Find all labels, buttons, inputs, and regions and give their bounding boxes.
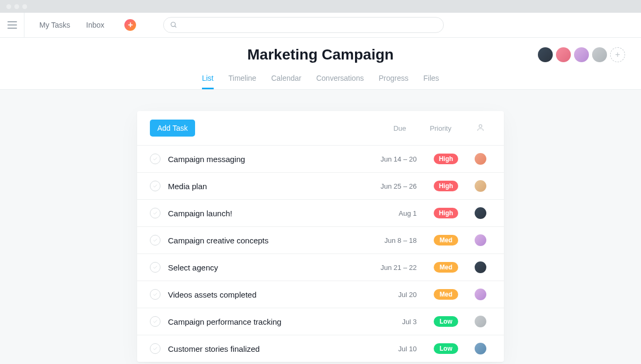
- assignee-avatar[interactable]: [475, 207, 486, 219]
- task-name[interactable]: Videos assets completed: [168, 290, 358, 299]
- tab-list[interactable]: List: [202, 74, 214, 89]
- check-icon: [153, 156, 158, 162]
- task-due: Jul 3: [358, 318, 417, 326]
- check-icon: [153, 319, 158, 324]
- member-avatar[interactable]: [538, 47, 553, 62]
- task-name[interactable]: Select agency: [168, 263, 358, 272]
- check-icon: [153, 346, 158, 351]
- person-icon: [476, 123, 485, 132]
- complete-checkbox[interactable]: [150, 316, 161, 327]
- priority-badge: High: [434, 208, 458, 218]
- task-due: Jun 25 – 26: [358, 182, 417, 190]
- nav-inbox[interactable]: Inbox: [86, 21, 104, 29]
- window-chrome: [0, 0, 641, 13]
- task-due: Jun 14 – 20: [358, 155, 417, 163]
- check-icon: [153, 183, 158, 189]
- task-list-card: Add Task Due Priority Campaign messaging…: [137, 111, 504, 362]
- assignee-avatar[interactable]: [475, 153, 486, 165]
- task-name[interactable]: Campaign messaging: [168, 155, 358, 164]
- member-avatar[interactable]: [592, 47, 607, 62]
- priority-badge: Low: [434, 316, 458, 327]
- tab-calendar[interactable]: Calendar: [271, 74, 301, 89]
- nav-my-tasks[interactable]: My Tasks: [39, 21, 70, 29]
- search-input[interactable]: [182, 21, 437, 29]
- project-members: +: [538, 47, 625, 62]
- task-name[interactable]: Campaign creative concepts: [168, 236, 358, 245]
- task-due: Jul 10: [358, 345, 417, 353]
- project-header: Marketing Campaign + ListTimelineCalenda…: [0, 38, 641, 90]
- assignee-avatar[interactable]: [475, 289, 486, 300]
- check-icon: [153, 238, 158, 243]
- complete-checkbox[interactable]: [150, 289, 161, 300]
- chrome-dot: [6, 4, 11, 9]
- member-avatar[interactable]: [574, 47, 589, 62]
- task-row[interactable]: Campaign messagingJun 14 – 20High: [137, 146, 504, 173]
- complete-checkbox[interactable]: [150, 235, 161, 246]
- menu-button[interactable]: [0, 13, 24, 38]
- assignee-avatar[interactable]: [475, 343, 486, 354]
- assignee-avatar[interactable]: [475, 234, 486, 246]
- task-name[interactable]: Campaign launch!: [168, 209, 358, 218]
- task-row[interactable]: Videos assets completedJul 20Med: [137, 281, 504, 308]
- priority-badge: Med: [434, 235, 458, 246]
- priority-badge: Med: [434, 262, 458, 273]
- check-icon: [153, 265, 158, 270]
- task-name[interactable]: Media plan: [168, 182, 358, 191]
- task-name[interactable]: Customer stories finalized: [168, 344, 358, 353]
- task-due: Jun 21 – 22: [358, 264, 417, 272]
- nav-links: My Tasks Inbox: [39, 21, 104, 29]
- column-header-priority: Priority: [417, 124, 465, 132]
- global-add-button[interactable]: +: [124, 19, 136, 31]
- column-header-assignee: [470, 123, 491, 133]
- view-tabs: ListTimelineCalendarConversationsProgres…: [0, 74, 641, 89]
- task-due: Jun 8 – 18: [358, 236, 417, 244]
- column-header-due: Due: [348, 124, 406, 132]
- tab-conversations[interactable]: Conversations: [316, 74, 364, 89]
- priority-badge: Med: [434, 289, 458, 300]
- plus-icon: +: [615, 50, 620, 60]
- complete-checkbox[interactable]: [150, 181, 161, 191]
- list-header: Add Task Due Priority: [137, 111, 504, 146]
- task-due: Aug 1: [358, 209, 417, 217]
- tab-timeline[interactable]: Timeline: [229, 74, 256, 89]
- chrome-dot: [14, 4, 19, 9]
- chrome-dot: [22, 4, 27, 9]
- svg-line-1: [175, 26, 176, 28]
- plus-icon: +: [128, 20, 133, 30]
- tab-progress[interactable]: Progress: [378, 74, 408, 89]
- hamburger-icon: [7, 21, 17, 29]
- assignee-avatar[interactable]: [475, 261, 486, 273]
- check-icon: [153, 210, 158, 216]
- task-name[interactable]: Campaign performance tracking: [168, 317, 358, 326]
- task-row[interactable]: Campaign launch!Aug 1High: [137, 200, 504, 227]
- check-icon: [153, 292, 158, 297]
- task-due: Jul 20: [358, 291, 417, 299]
- assignee-avatar[interactable]: [475, 316, 486, 327]
- priority-badge: High: [434, 154, 458, 164]
- svg-point-0: [171, 22, 175, 27]
- complete-checkbox[interactable]: [150, 208, 161, 218]
- add-member-button[interactable]: +: [610, 47, 625, 62]
- search-icon: [170, 21, 178, 29]
- add-task-button[interactable]: Add Task: [150, 120, 195, 137]
- topbar: My Tasks Inbox +: [0, 13, 641, 38]
- task-row[interactable]: Customer stories finalizedJul 10Low: [137, 335, 504, 362]
- complete-checkbox[interactable]: [150, 154, 161, 164]
- svg-point-2: [479, 124, 482, 127]
- tab-files[interactable]: Files: [423, 74, 439, 89]
- task-row[interactable]: Campaign creative conceptsJun 8 – 18Med: [137, 227, 504, 254]
- priority-badge: Low: [434, 343, 458, 354]
- task-row[interactable]: Select agencyJun 21 – 22Med: [137, 254, 504, 281]
- complete-checkbox[interactable]: [150, 262, 161, 273]
- search-bar[interactable]: [163, 17, 444, 33]
- task-row[interactable]: Media planJun 25 – 26High: [137, 173, 504, 200]
- assignee-avatar[interactable]: [475, 180, 486, 192]
- member-avatar[interactable]: [556, 47, 571, 62]
- priority-badge: High: [434, 181, 458, 191]
- task-row[interactable]: Campaign performance trackingJul 3Low: [137, 308, 504, 335]
- complete-checkbox[interactable]: [150, 343, 161, 354]
